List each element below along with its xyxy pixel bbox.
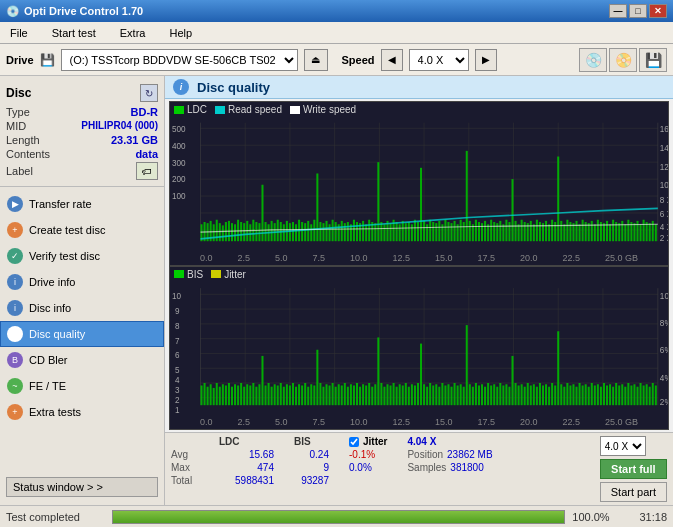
- svg-rect-124: [481, 223, 483, 241]
- svg-rect-290: [423, 384, 425, 405]
- menu-extra[interactable]: Extra: [114, 25, 152, 41]
- svg-rect-308: [478, 385, 480, 405]
- sidebar-item-disc-info[interactable]: i Disc info: [0, 295, 164, 321]
- svg-rect-166: [609, 224, 611, 241]
- sidebar-item-transfer-rate[interactable]: ▶ Transfer rate: [0, 191, 164, 217]
- svg-rect-177: [643, 220, 645, 241]
- disc-refresh-button[interactable]: ↻: [140, 84, 158, 102]
- fe-te-icon: ~: [7, 378, 23, 394]
- svg-rect-174: [633, 223, 635, 241]
- svg-rect-101: [411, 224, 413, 241]
- jitter-legend-dot: [211, 270, 221, 278]
- jitter-checkbox[interactable]: [349, 437, 359, 447]
- ldc-legend-dot: [174, 106, 184, 114]
- svg-rect-114: [451, 223, 453, 241]
- svg-rect-155: [576, 221, 578, 241]
- disc-info-label: Disc info: [29, 302, 71, 314]
- toolbar-icons: 💿 📀 💾: [579, 48, 667, 72]
- menu-file[interactable]: File: [4, 25, 34, 41]
- menu-help[interactable]: Help: [163, 25, 198, 41]
- svg-rect-117: [460, 220, 462, 241]
- length-label: Length: [6, 134, 40, 146]
- svg-rect-272: [368, 383, 370, 405]
- svg-text:8 X: 8 X: [660, 194, 668, 205]
- svg-rect-149: [557, 157, 559, 242]
- svg-rect-324: [527, 383, 529, 405]
- menu-start-test[interactable]: Start test: [46, 25, 102, 41]
- drive-label: Drive: [6, 54, 34, 66]
- status-window-button[interactable]: Status window > >: [6, 477, 158, 497]
- svg-rect-235: [255, 386, 257, 404]
- svg-rect-358: [630, 385, 632, 405]
- sidebar-item-fe-te[interactable]: ~ FE / TE: [0, 373, 164, 399]
- eject-button[interactable]: ⏏: [304, 49, 328, 71]
- svg-rect-157: [582, 220, 584, 241]
- sidebar-item-cd-bler[interactable]: B CD Bler: [0, 347, 164, 373]
- svg-rect-342: [582, 385, 584, 405]
- svg-rect-150: [560, 221, 562, 241]
- svg-rect-285: [408, 386, 410, 404]
- disc-icon-btn[interactable]: 💿: [579, 48, 607, 72]
- start-full-button[interactable]: Start full: [600, 459, 667, 479]
- speed-label: Speed: [342, 54, 375, 66]
- svg-rect-316: [502, 385, 504, 405]
- speed-prev-button[interactable]: ◀: [381, 49, 403, 71]
- svg-rect-357: [627, 383, 629, 405]
- svg-rect-160: [591, 221, 593, 241]
- media-icon-btn[interactable]: 📀: [609, 48, 637, 72]
- sidebar-item-verify-test-disc[interactable]: ✓ Verify test disc: [0, 243, 164, 269]
- svg-rect-176: [640, 224, 642, 241]
- progress-pct: 100.0%: [571, 511, 611, 523]
- stats-max-row: Max 474 9: [171, 462, 329, 473]
- svg-rect-113: [447, 222, 449, 241]
- svg-rect-67: [307, 221, 309, 241]
- sidebar-item-extra-tests[interactable]: + Extra tests: [0, 399, 164, 425]
- close-button[interactable]: ✕: [649, 4, 667, 18]
- sidebar-item-disc-quality[interactable]: ★ Disc quality: [0, 321, 164, 347]
- svg-rect-153: [569, 222, 571, 241]
- start-part-button[interactable]: Start part: [600, 482, 667, 502]
- svg-text:1: 1: [175, 403, 180, 414]
- svg-rect-74: [329, 224, 331, 241]
- drive-select[interactable]: (O:) TSSTcorp BDDVDW SE-506CB TS02: [61, 49, 298, 71]
- jitter-header: Jitter: [363, 436, 387, 447]
- svg-rect-46: [243, 223, 245, 241]
- action-speed-dropdown[interactable]: 4.0 X: [600, 436, 646, 456]
- svg-text:9: 9: [175, 305, 180, 316]
- maximize-button[interactable]: □: [629, 4, 647, 18]
- svg-rect-175: [636, 221, 638, 241]
- svg-rect-247: [292, 383, 294, 405]
- speed-next-button[interactable]: ▶: [475, 49, 497, 71]
- svg-rect-254: [313, 385, 315, 405]
- speed-select[interactable]: 4.0 X 2.0 X 6.0 X: [409, 49, 469, 71]
- svg-rect-229: [237, 385, 239, 405]
- svg-rect-220: [210, 384, 212, 405]
- minimize-button[interactable]: —: [609, 4, 627, 18]
- svg-rect-348: [600, 386, 602, 404]
- type-label: Type: [6, 106, 30, 118]
- position-row: Position 23862 MB: [407, 449, 492, 460]
- save-icon-btn[interactable]: 💾: [639, 48, 667, 72]
- disc-label-icon-button[interactable]: 🏷: [136, 162, 158, 180]
- length-value: 23.31 GB: [111, 134, 158, 146]
- svg-text:100: 100: [172, 191, 186, 202]
- svg-rect-123: [478, 222, 480, 241]
- svg-text:8%: 8%: [660, 317, 668, 328]
- sidebar-item-create-test-disc[interactable]: + Create test disc: [0, 217, 164, 243]
- drivebar: Drive 💾 (O:) TSSTcorp BDDVDW SE-506CB TS…: [0, 44, 673, 76]
- svg-rect-222: [216, 383, 218, 405]
- svg-rect-239: [268, 383, 270, 405]
- status-time: 31:18: [617, 511, 667, 523]
- svg-rect-105: [423, 221, 425, 241]
- extra-tests-icon: +: [7, 404, 23, 420]
- chart2-legend: BIS Jitter: [170, 267, 668, 282]
- legend-bis: BIS: [174, 269, 203, 280]
- sidebar-item-drive-info[interactable]: i Drive info: [0, 269, 164, 295]
- ldc-header: LDC: [219, 436, 274, 447]
- svg-rect-312: [490, 385, 492, 405]
- disc-info-icon: i: [7, 300, 23, 316]
- max-jitter: 0.0%: [349, 462, 387, 473]
- svg-rect-240: [271, 386, 273, 404]
- svg-rect-79: [344, 223, 346, 241]
- svg-rect-138: [524, 222, 526, 241]
